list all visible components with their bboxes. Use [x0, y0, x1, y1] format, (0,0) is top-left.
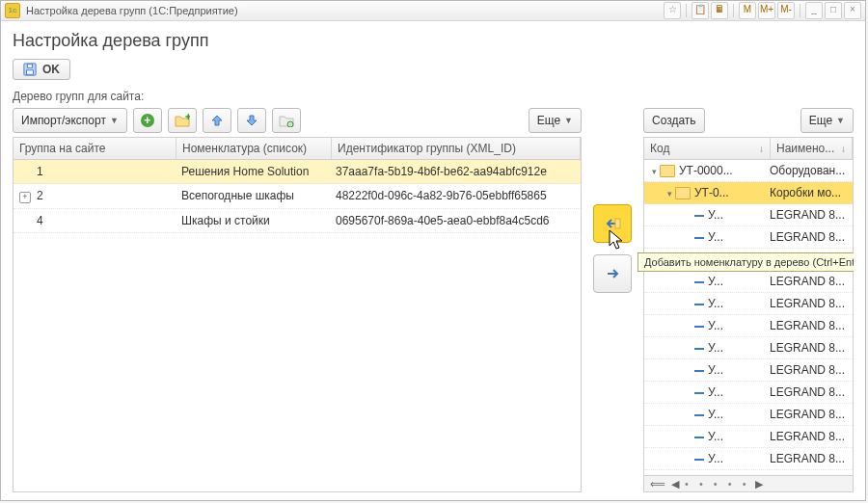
tree-item-row[interactable]: У...LEGRAND 8...: [644, 337, 853, 359]
add-to-tree-button[interactable]: [593, 204, 632, 243]
minimize-button[interactable]: _: [805, 2, 823, 19]
create-label: Создать: [652, 114, 696, 127]
tree-caret-icon[interactable]: ▾: [667, 189, 672, 199]
transfer-pane: Добавить номенклатуру в дерево (Ctrl+Ent…: [591, 108, 634, 492]
sort-indicator-icon: ↓: [759, 144, 764, 154]
tree-item-row[interactable]: У...LEGRAND 8...: [644, 359, 853, 382]
m-minus-button[interactable]: M-: [777, 2, 795, 19]
item-icon: [694, 281, 704, 283]
app-icon: 1c: [5, 3, 20, 18]
tree-item-row[interactable]: У...LEGRAND 8...: [644, 448, 853, 470]
link-button[interactable]: [272, 108, 301, 133]
right-more-button[interactable]: Еще ▼: [800, 108, 854, 133]
right-table: Код ↓ Наимено... ↓ ▾УТ-0000...Оборудован…: [643, 137, 854, 492]
maximize-button[interactable]: □: [825, 2, 842, 19]
col-nomen[interactable]: Номенклатура (список): [176, 138, 332, 159]
expand-icon[interactable]: +: [19, 192, 31, 203]
tree-folder-row[interactable]: ▾УТ-0...Коробки мо...: [644, 182, 853, 204]
item-icon: [694, 370, 704, 372]
row-code: У...: [708, 230, 723, 244]
row-code: У...: [708, 363, 723, 377]
titlebar: 1c Настройка дерева групп (1С:Предприяти…: [1, 1, 865, 21]
arrow-left-add-icon: [604, 215, 621, 232]
col-xmlid[interactable]: Идентификатор группы (XML_ID): [332, 138, 581, 159]
tooltip: Добавить номенклатуру в дерево (Ctrl+Ent…: [637, 252, 854, 272]
tree-item-row[interactable]: У...LEGRAND 8...: [644, 204, 853, 226]
favorite-icon[interactable]: ☆: [664, 2, 681, 19]
tree-item-row[interactable]: У...LEGRAND 8...: [644, 293, 853, 315]
item-icon: [694, 326, 704, 328]
clipboard-icon[interactable]: 📋: [692, 2, 709, 19]
new-folder-button[interactable]: ✚: [168, 108, 197, 133]
row-name: LEGRAND 8...: [766, 205, 853, 225]
right-toolbar: Создать Еще ▼: [643, 108, 854, 133]
move-up-button[interactable]: [203, 108, 231, 133]
tree-item-row[interactable]: У...LEGRAND 8...: [644, 426, 853, 448]
left-table-body[interactable]: 1Решения Home Solution37aaa7fa-5b19-4b6f…: [14, 160, 581, 491]
table-row[interactable]: 4Шкафы и стойки0695670f-869a-40e5-aea0-e…: [14, 209, 581, 233]
ok-button-label: OK: [42, 63, 60, 76]
tree-item-row[interactable]: У...LEGRAND 8...: [644, 404, 853, 426]
m-plus-button[interactable]: M+: [758, 2, 775, 19]
remove-from-tree-button[interactable]: [593, 254, 632, 293]
col-code[interactable]: Код ↓: [644, 138, 771, 159]
row-xmlid: 37aaa7fa-5b19-4b6f-be62-aa94abfc912e: [330, 160, 581, 183]
tree-folder-row[interactable]: ▾УТ-0000...Оборудован...: [644, 160, 853, 182]
left-more-button[interactable]: Еще ▼: [529, 108, 582, 133]
left-table-header: Группа на сайте Номенклатура (список) Ид…: [14, 138, 581, 160]
m-button[interactable]: M: [739, 2, 756, 19]
row-code: УТ-0000...: [679, 164, 733, 177]
app-window: 1c Настройка дерева групп (1С:Предприяти…: [0, 0, 866, 501]
tree-item-row[interactable]: У...LEGRAND 8...: [644, 226, 853, 249]
row-nomen: Решения Home Solution: [176, 160, 330, 183]
chevron-down-icon: ▼: [564, 116, 573, 125]
scroll-prev-icon[interactable]: ◀: [671, 478, 679, 490]
ok-button[interactable]: OK: [13, 59, 70, 80]
tree-item-row[interactable]: У...LEGRAND 8...: [644, 271, 853, 293]
row-code: У...: [708, 275, 723, 288]
folder-link-icon: [279, 114, 294, 127]
calculator-icon[interactable]: 🖩: [711, 2, 728, 19]
row-name: LEGRAND 8...: [766, 405, 853, 424]
row-number: 2: [37, 189, 43, 202]
col-group[interactable]: Группа на сайте: [14, 138, 176, 159]
row-name: LEGRAND 8...: [766, 316, 853, 335]
move-down-button[interactable]: [237, 108, 266, 133]
right-table-header: Код ↓ Наимено... ↓: [644, 138, 853, 160]
row-name: LEGRAND 8...: [766, 227, 853, 247]
row-name: LEGRAND 8...: [766, 338, 853, 357]
content-area: Настройка дерева групп OK Дерево групп д…: [1, 21, 865, 500]
item-icon: [694, 414, 704, 416]
svg-point-4: [287, 121, 293, 127]
right-more-label: Еще: [809, 114, 832, 127]
row-name: LEGRAND 8...: [766, 449, 853, 468]
tree-item-row[interactable]: У...LEGRAND 8...: [644, 315, 853, 337]
item-icon: [694, 215, 704, 217]
tree-caret-icon[interactable]: ▾: [652, 167, 657, 176]
import-export-label: Импорт/экспорт: [21, 114, 106, 127]
row-number: 4: [37, 214, 43, 227]
row-code: У...: [708, 430, 723, 443]
arrow-up-icon: [210, 114, 224, 127]
sort-indicator-icon: ↓: [841, 144, 846, 154]
left-table: Группа на сайте Номенклатура (список) Ид…: [13, 137, 582, 492]
close-button[interactable]: ×: [844, 2, 861, 19]
col-name[interactable]: Наимено... ↓: [771, 138, 853, 159]
window-title: Настройка дерева групп (1С:Предприятие): [26, 5, 238, 16]
import-export-button[interactable]: Импорт/экспорт ▼: [13, 108, 127, 133]
item-icon: [694, 237, 704, 239]
create-button[interactable]: Создать: [643, 108, 705, 133]
row-name: Коробки мо...: [766, 183, 853, 202]
table-row[interactable]: 1Решения Home Solution37aaa7fa-5b19-4b6f…: [14, 160, 581, 184]
left-more-label: Еще: [537, 114, 560, 127]
tree-item-row[interactable]: У...LEGRAND 8...: [644, 382, 853, 404]
table-row[interactable]: +2Всепогодные шкафы48222f0d-096c-4a82-9b…: [14, 184, 581, 209]
scroll-first-icon[interactable]: ⟸: [650, 478, 665, 490]
tree-label: Дерево групп для сайта:: [13, 90, 854, 103]
add-button[interactable]: +: [133, 108, 162, 133]
right-table-body[interactable]: ▾УТ-0000...Оборудован...▾УТ-0...Коробки …: [644, 160, 853, 475]
titlebar-controls: ☆ 📋 🖩 M M+ M- _ □ ×: [664, 2, 861, 19]
svg-text:✚: ✚: [185, 114, 190, 121]
right-scrollbar[interactable]: ⟸ ◀ • • • • • ▶: [644, 475, 853, 491]
scroll-next-icon[interactable]: ▶: [755, 478, 763, 490]
